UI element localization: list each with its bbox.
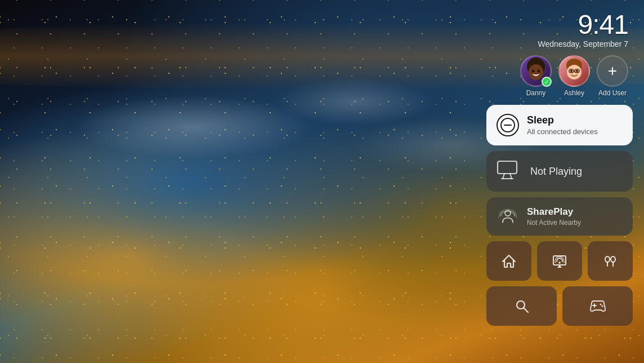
users-row: ✓ Danny: [486, 55, 633, 105]
airplay-button[interactable]: [537, 241, 582, 281]
home-icon: [500, 253, 517, 269]
airpods-button[interactable]: [588, 241, 633, 281]
svg-point-6: [570, 70, 573, 72]
sleep-text: Sleep All connected devices: [527, 114, 598, 136]
sleep-minus-line: [504, 125, 512, 126]
sleep-icon: [497, 114, 519, 136]
airplay-icon: [551, 253, 568, 269]
search-button[interactable]: [486, 286, 557, 326]
monitor-icon-container: [497, 160, 520, 183]
control-center-panel: 9:41 Wednesday, September 7: [486, 6, 633, 326]
svg-point-1: [529, 64, 543, 80]
clock-date: Wednesday, September 7: [486, 39, 628, 48]
avatar-ashley: [558, 55, 590, 87]
sleep-card[interactable]: Sleep All connected devices: [486, 105, 633, 145]
shareplay-text: SharePlay Not Active Nearby: [527, 206, 581, 227]
svg-point-25: [600, 304, 601, 306]
sleep-subtitle: All connected devices: [527, 127, 598, 136]
plus-icon: +: [608, 62, 617, 80]
add-user-button[interactable]: +: [597, 55, 628, 87]
svg-rect-11: [498, 161, 517, 174]
svg-point-2: [532, 70, 534, 73]
shareplay-svg: [497, 209, 518, 224]
svg-point-17: [605, 256, 610, 262]
user-danny[interactable]: ✓ Danny: [520, 55, 552, 97]
avatar-container-ashley: [558, 55, 590, 87]
svg-line-12: [503, 174, 504, 179]
game-controller-icon: [588, 299, 607, 313]
shareplay-icon: [497, 205, 519, 228]
svg-point-26: [601, 306, 603, 307]
svg-line-22: [524, 308, 528, 312]
clock-time: 9:41: [486, 11, 628, 38]
ashley-memoji-svg: [560, 56, 589, 86]
danny-label: Danny: [526, 89, 546, 97]
ashley-label: Ashley: [564, 89, 584, 97]
shareplay-card[interactable]: SharePlay Not Active Nearby: [486, 197, 633, 236]
shareplay-subtitle: Not Active Nearby: [527, 219, 581, 227]
user-ashley[interactable]: Ashley: [558, 55, 590, 97]
add-user-item[interactable]: + Add User: [597, 55, 628, 97]
search-icon: [514, 298, 530, 314]
svg-line-13: [510, 174, 512, 179]
game-controller-button[interactable]: [562, 286, 633, 326]
add-user-label: Add User: [598, 89, 627, 97]
active-check-badge: ✓: [542, 77, 552, 87]
monitor-icon: [497, 160, 520, 180]
avatar-container-danny: ✓: [520, 55, 552, 87]
shareplay-title: SharePlay: [527, 206, 581, 218]
svg-point-19: [611, 256, 615, 262]
svg-point-3: [538, 70, 540, 73]
home-button[interactable]: [486, 241, 531, 281]
icon-grid-row-1: [486, 241, 633, 281]
clock-area: 9:41 Wednesday, September 7: [486, 6, 633, 55]
not-playing-label: Not Playing: [530, 166, 582, 178]
icon-grid-row-2: [486, 286, 633, 326]
sleep-title: Sleep: [527, 114, 598, 127]
svg-point-16: [558, 262, 561, 264]
now-playing-card[interactable]: Not Playing: [486, 151, 633, 192]
svg-point-7: [576, 70, 578, 72]
airpods-icon: [601, 253, 619, 269]
